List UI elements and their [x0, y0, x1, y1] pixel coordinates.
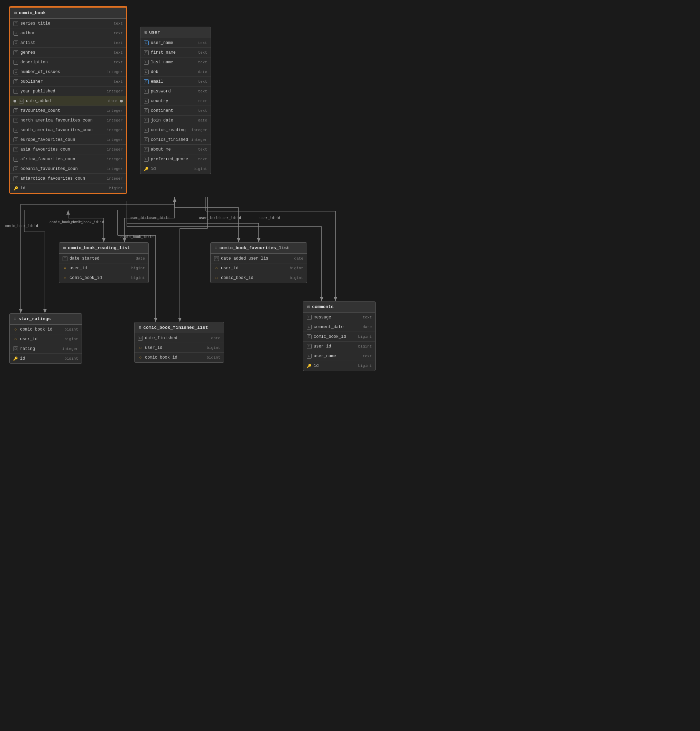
label-user-id3: user_id:id [199, 216, 220, 220]
field-name: join_date [151, 118, 196, 123]
field-type: bigint [206, 355, 220, 360]
field-type: integer [107, 70, 123, 74]
fk-icon: ⚇ [214, 276, 219, 280]
field-type: integer [107, 176, 123, 181]
field-type: integer [107, 147, 123, 151]
svg-marker-3 [66, 210, 70, 214]
field-type: bigint [358, 335, 372, 339]
col-icon: □ [13, 128, 18, 132]
field-type: integer [107, 157, 123, 161]
table-favourites-list[interactable]: ⊞ comic_book_favourites_list □ date_adde… [210, 242, 307, 283]
field-name: africa_favourites_coun [21, 157, 105, 161]
table-star-ratings[interactable]: ⊞ star_ratings ⚇ comic_book_id bigint ⚇ … [9, 313, 82, 364]
col-icon: □ [144, 137, 149, 142]
field-name: artist [21, 41, 112, 46]
field-type: bigint [193, 167, 207, 171]
field-type: bigint [64, 337, 78, 341]
svg-marker-39 [178, 318, 182, 322]
field-type: integer [107, 89, 123, 94]
col-icon: □ [13, 346, 18, 351]
field-type: integer [107, 118, 123, 123]
field-date-started: □ date_started date [59, 254, 148, 263]
fk-icon: ⚇ [63, 276, 67, 280]
field-type: date [198, 118, 207, 123]
field-date-added-user: □ date_added_user_lis date [211, 254, 307, 263]
field-fav-user-id: ⚇ user_id bigint [211, 263, 307, 273]
field-name: comic_book_id [20, 327, 62, 332]
col-icon: □ [13, 21, 18, 26]
field-type: text [198, 79, 207, 84]
col-icon: □ [307, 344, 312, 349]
table-star-ratings-title: star_ratings [18, 316, 51, 321]
field-type: text [114, 41, 123, 45]
svg-marker-40 [154, 318, 157, 322]
table-comic-book[interactable]: ⊞ comic_book □ series_title text □ autho… [9, 6, 127, 194]
col-icon: □ [13, 176, 18, 181]
field-type: text [114, 79, 123, 84]
col-icon: □ [13, 108, 18, 113]
field-type: integer [107, 128, 123, 132]
field-sr-id: 🔑 id bigint [10, 354, 82, 363]
label-cb-id2: comic_book_id:id [71, 220, 104, 224]
field-type: date [363, 325, 372, 329]
field-name: first_name [151, 50, 196, 55]
connector-dot-right [120, 100, 123, 103]
field-cm-user-name: □ user_name text [303, 351, 375, 361]
field-name: europe_favourites_coun [21, 137, 105, 142]
field-name: dob [151, 70, 196, 75]
table-comments[interactable]: ⊞ comments □ message text □ comment_date… [303, 301, 376, 371]
field-year-published: □ year_published integer [10, 87, 126, 96]
table-icon: ⊞ [63, 245, 66, 251]
field-type: bigint [358, 364, 372, 368]
field-name: user_name [151, 41, 196, 46]
field-name: favourites_count [21, 108, 105, 113]
table-favourites-list-title: comic_book_favourites_list [219, 245, 290, 251]
field-cm-id: 🔑 id bigint [303, 361, 375, 371]
field-last-name: □ last_name text [141, 57, 211, 67]
field-name: date_added_user_lis [221, 256, 292, 261]
col-icon: □ [13, 41, 18, 46]
field-type: bigint [131, 266, 145, 270]
field-type: bigint [109, 186, 123, 190]
field-series-title: □ series_title text [10, 19, 126, 28]
table-comic-book-title: comic_book [19, 10, 45, 16]
field-africa-fav: □ africa_favourites_coun integer [10, 154, 126, 164]
table-user[interactable]: ⊞ user □ user_name text □ first_name tex… [140, 26, 211, 174]
table-icon: ⊞ [308, 304, 310, 310]
field-name: preferred_genre [151, 157, 196, 161]
field-rl-comic-book-id: ⚇ comic_book_id bigint [59, 273, 148, 283]
fk-icon: ⚇ [138, 345, 143, 350]
svg-marker-38 [19, 309, 22, 313]
field-antarctica-fav: □ antarctica_favourites_coun integer [10, 174, 126, 183]
field-name: about_me [151, 147, 196, 152]
field-comics-finished: □ comics_finished integer [141, 135, 211, 145]
field-type: text [198, 147, 207, 151]
table-finished-list[interactable]: ⊞ comic_book_finished_list □ date_finish… [134, 322, 224, 363]
field-type: text [198, 99, 207, 103]
field-message: □ message text [303, 313, 375, 322]
field-rl-user-id: ⚇ user_id bigint [59, 263, 148, 273]
label-user-id2: user_id:id [149, 216, 170, 220]
field-name: continent [151, 108, 196, 113]
field-user-name: □ user_name text [141, 38, 211, 48]
field-name: comic_book_id [145, 355, 204, 360]
field-cm-user-id: □ user_id bigint [303, 342, 375, 351]
field-sr-user-id: ⚇ user_id bigint [10, 334, 82, 344]
table-reading-list[interactable]: ⊞ comic_book_reading_list □ date_started… [59, 242, 149, 283]
svg-marker-42 [320, 297, 324, 301]
svg-marker-36 [257, 238, 261, 242]
table-user-title: user [149, 30, 160, 35]
unique-icon: □ [144, 41, 149, 46]
field-password: □ password text [141, 87, 211, 96]
field-fl-user-id: ⚇ user_id bigint [135, 343, 224, 353]
field-type: bigint [64, 357, 78, 361]
field-comment-date: □ comment_date date [303, 322, 375, 332]
svg-marker-33 [102, 238, 105, 242]
col-icon: □ [144, 128, 149, 132]
field-type: integer [107, 138, 123, 142]
field-date-finished: □ date_finished date [135, 333, 224, 343]
label-user-id1: user_id:id [130, 216, 151, 220]
field-type: text [114, 50, 123, 55]
field-name: password [151, 89, 196, 94]
col-icon: □ [13, 137, 18, 142]
